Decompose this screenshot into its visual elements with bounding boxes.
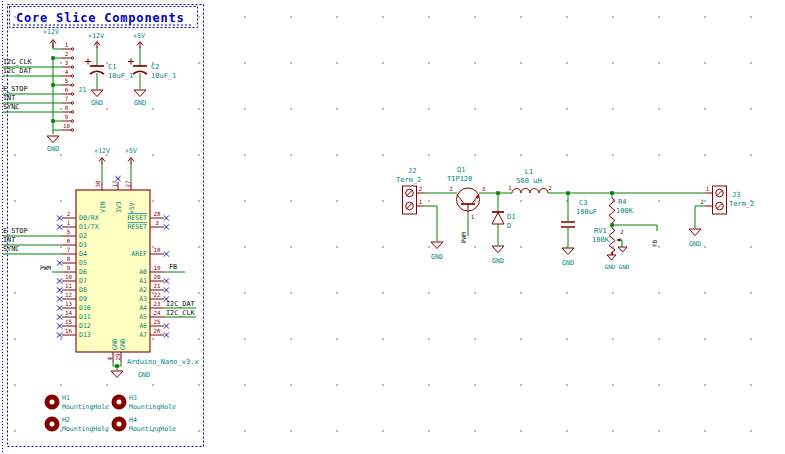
power-12v-symbol-arduino[interactable]: +12V — [94, 147, 110, 164]
j1-connector-symbol[interactable]: 1 2 3 4 5 6 7 8 9 10 J1 — [62, 42, 86, 131]
gnd-label: GND — [492, 257, 504, 265]
pin-number: 8 — [65, 105, 69, 111]
net-label-i2c-clk[interactable]: I2C_CLK — [166, 309, 196, 317]
pin-name: A6 — [139, 322, 147, 330]
pin-number: 3 — [155, 220, 159, 226]
value: MountingHole — [62, 425, 109, 433]
gnd-label: GND — [689, 240, 701, 248]
pin-number: 1 — [67, 220, 71, 226]
j3-connector-symbol[interactable]: 1 2 J3 Term_2 — [700, 186, 754, 215]
pin-number: 11 — [65, 283, 72, 289]
schematic-canvas: Core Slice Components +12V GND 1 2 3 — [0, 0, 785, 454]
pin-name: D9 — [79, 295, 87, 303]
reference: R4 — [618, 198, 626, 206]
gnd-symbol-rv1-b[interactable]: GND — [618, 247, 630, 270]
value: 10uF_1 — [151, 72, 176, 80]
gnd-label: GND — [91, 99, 103, 107]
pin-name: D7 — [79, 277, 87, 285]
pin-number: 16 — [65, 328, 72, 334]
gnd-symbol-c3[interactable]: GND — [562, 248, 574, 267]
pin-number: 24 — [154, 310, 161, 316]
r4-resistor-symbol[interactable]: R4 100K — [609, 198, 634, 223]
pin-number: 1 — [471, 214, 475, 220]
mounting-hole-h4[interactable]: H4 MountingHole — [114, 416, 176, 433]
pin-name: +5V — [128, 202, 136, 214]
gnd-symbol-d1[interactable]: GND — [492, 246, 504, 265]
net-label-fb[interactable]: FB — [169, 263, 177, 271]
net-label-i2c-dat[interactable]: I2C_DAT — [3, 67, 32, 75]
net-label-sync[interactable]: SYNC — [3, 245, 19, 253]
pin-name: D10 — [79, 304, 91, 312]
mounting-hole-h2[interactable]: H2 MountingHole — [47, 416, 109, 433]
reference: H4 — [129, 416, 137, 424]
d1-diode-symbol[interactable]: D1 D — [492, 212, 515, 230]
pin-name: GND — [111, 338, 119, 350]
reference: C2 — [151, 63, 159, 71]
pin-number: 1 — [706, 186, 710, 192]
c3-capacitor-symbol[interactable]: C3 100uF — [561, 199, 597, 227]
gnd-label: GND — [138, 371, 150, 379]
net-label-i2c-dat[interactable]: I2C_DAT — [166, 300, 195, 308]
pin-number: 21 — [154, 283, 161, 289]
pin-name: A2 — [139, 286, 147, 294]
pin-number: 23 — [154, 301, 161, 307]
pin-number: 19 — [154, 265, 161, 271]
gnd-label: GND — [431, 253, 443, 261]
pin-name: D3 — [79, 241, 87, 249]
pin-number: 4 — [65, 69, 69, 75]
pin-name: D1/TX — [79, 223, 99, 231]
pin-number: 1 — [419, 199, 423, 205]
reference: C3 — [579, 199, 587, 207]
pin-number: 2 — [548, 185, 552, 191]
value: MountingHole — [62, 403, 109, 411]
pin-name: D0/RX — [79, 214, 99, 222]
c2-capacitor-symbol[interactable]: C2 10uF_1 — [128, 59, 176, 81]
mounting-hole-h1[interactable]: H1 MountingHole — [47, 394, 109, 411]
mounting-hole-h3[interactable]: H3 MountingHole — [114, 394, 176, 411]
pin-name: D12 — [79, 322, 91, 330]
net-label-int[interactable]: INT — [3, 236, 15, 244]
pin-number: 2 — [65, 51, 69, 57]
reference: H3 — [129, 394, 137, 402]
pin-number: 27 — [125, 180, 131, 187]
reference: C1 — [108, 63, 116, 71]
pin-number: 1 — [65, 42, 69, 48]
net-label-int[interactable]: INT — [3, 94, 15, 102]
value: TIP120 — [447, 175, 472, 183]
rv1-potentiometer-symbol[interactable]: 2 RV1 100K — [592, 227, 624, 255]
net-label-fb[interactable]: FB — [651, 239, 658, 247]
power-12v-symbol-c1[interactable]: +12V — [88, 32, 104, 48]
pin-number: 2 — [620, 229, 624, 235]
pin-number: 12 — [65, 292, 72, 298]
net-label-e-stop[interactable]: E_STOP — [3, 85, 28, 93]
j2-connector-symbol[interactable]: 2 1 J2 Term_2 — [396, 167, 425, 214]
gnd-symbol-j3[interactable]: GND — [689, 229, 701, 248]
net-label-e-stop[interactable]: E_STOP — [3, 227, 28, 235]
power-5v-symbol-arduino[interactable]: +5V — [125, 147, 137, 164]
pin-name: D13 — [79, 331, 91, 339]
net-label-pwm[interactable]: PWM — [460, 232, 467, 243]
arduino-nano-symbol[interactable]: 30 17 27 VIN 3V3 +5V 2 1 5 6 7 8 9 10 11… — [62, 180, 199, 366]
gnd-symbol-j2[interactable]: GND — [431, 242, 443, 261]
pin-number: 20 — [154, 274, 161, 280]
value: Arduino_Nano_v3.x — [127, 358, 199, 366]
net-label-i2c-clk[interactable]: I2C_CLK — [3, 58, 33, 66]
gnd-symbol-arduino[interactable]: GND — [111, 371, 150, 379]
pin-number: 9 — [65, 114, 69, 120]
pin-number: 26 — [154, 328, 161, 334]
power-12v-symbol[interactable]: +12V — [43, 28, 59, 48]
gnd-symbol-c2[interactable]: GND — [134, 90, 146, 107]
l1-inductor-symbol[interactable]: 1 2 L1 560 uH — [508, 168, 552, 194]
gnd-symbol-rv1-a[interactable]: GND — [605, 255, 616, 270]
value: 100uF — [576, 208, 597, 216]
pin-name: A1 — [139, 277, 147, 285]
net-label-pwm[interactable]: PWM — [40, 264, 51, 271]
gnd-symbol-c1[interactable]: GND — [91, 90, 103, 107]
gnd-symbol-j1[interactable]: GND — [47, 136, 59, 153]
power-5v-symbol-c2[interactable]: +5V — [133, 32, 145, 48]
reference: L1 — [525, 168, 533, 176]
net-label-sync[interactable]: SYNC — [3, 103, 19, 111]
gnd-label: GND — [134, 99, 146, 107]
gnd-label: GND — [47, 145, 59, 153]
c1-capacitor-symbol[interactable]: C1 10uF_1 — [85, 59, 133, 81]
